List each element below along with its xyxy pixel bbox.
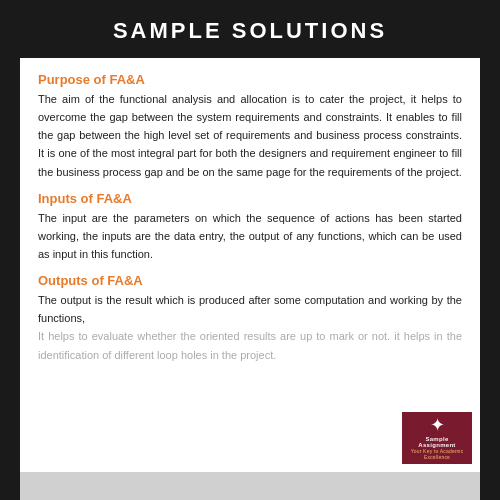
section-purpose: Purpose of FA&A The aim of the functiona… xyxy=(38,72,462,181)
watermark-line2: Your Key to Academic Excellence xyxy=(406,448,468,460)
watermark-icon: ✦ xyxy=(430,416,445,434)
bottom-strip xyxy=(20,472,480,500)
section-outputs: Outputs of FA&A The output is the result… xyxy=(38,273,462,364)
content-card: Purpose of FA&A The aim of the functiona… xyxy=(20,58,480,472)
section-inputs-title: Inputs of FA&A xyxy=(38,191,462,206)
section-outputs-cont: It helps to evaluate whether the oriente… xyxy=(38,327,462,363)
watermark: ✦ Sample Assignment Your Key to Academic… xyxy=(402,412,472,464)
page-title: SAMPLE SOLUTIONS xyxy=(113,18,387,43)
section-outputs-title: Outputs of FA&A xyxy=(38,273,462,288)
section-outputs-body: The output is the result which is produc… xyxy=(38,291,462,327)
section-inputs-body: The input are the parameters on which th… xyxy=(38,209,462,263)
section-purpose-title: Purpose of FA&A xyxy=(38,72,462,87)
section-inputs: Inputs of FA&A The input are the paramet… xyxy=(38,191,462,263)
section-purpose-body: The aim of the functional analysis and a… xyxy=(38,90,462,181)
watermark-line1: Sample Assignment xyxy=(406,436,468,448)
page-header: SAMPLE SOLUTIONS xyxy=(0,0,500,58)
